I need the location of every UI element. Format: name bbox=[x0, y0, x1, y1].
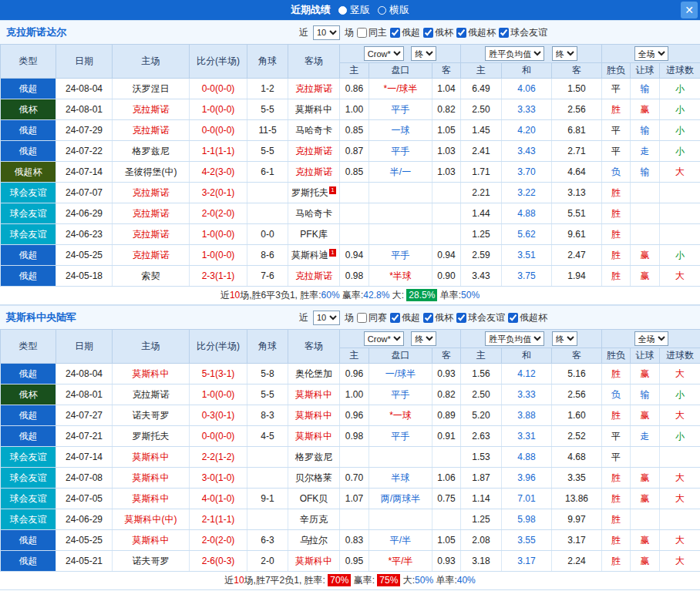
date-cell: 24-07-29 bbox=[56, 120, 113, 141]
summary-segment: 10 bbox=[230, 290, 240, 301]
asia-company-select[interactable]: Crow* bbox=[364, 331, 404, 346]
euro-away-odds: 9.61 bbox=[552, 224, 602, 245]
league-filter-2[interactable]: 俄杯 bbox=[423, 26, 453, 39]
euro-time-select[interactable]: 终 bbox=[552, 46, 577, 61]
euro-home-odds: 3.18 bbox=[461, 551, 502, 572]
result-wdl: 胜 bbox=[602, 203, 631, 224]
handicap-cell: 半球 bbox=[369, 468, 432, 489]
league-checkbox[interactable] bbox=[390, 28, 400, 38]
handicap-cell: 一球 bbox=[369, 120, 432, 141]
handicap-cell: 一/球半 bbox=[369, 364, 432, 384]
league-filter-1[interactable]: 俄超 bbox=[390, 311, 420, 324]
asia-away-odds: 1.03 bbox=[432, 162, 461, 183]
league-filter-3[interactable]: 球会友谊 bbox=[456, 311, 505, 324]
result-wdl: 胜 bbox=[602, 99, 631, 120]
result-wdl: 平 bbox=[602, 426, 631, 447]
horizontal-label: 横版 bbox=[389, 3, 409, 17]
score-cell: 4-0(1-0) bbox=[190, 489, 247, 509]
team-header-bar: 莫斯科中央陆军 近 10 场 同赛 俄超 俄杯 球会友谊 bbox=[0, 305, 700, 329]
table-row: 俄超24-05-21诺夫哥罗2-6(0-3)2-0莫斯科中0.95*平/半0.9… bbox=[1, 551, 700, 572]
euro-away-odds: 3.35 bbox=[552, 468, 602, 489]
euro-draw-odds: 3.96 bbox=[502, 468, 552, 489]
league-label: 球会友谊 bbox=[510, 26, 547, 39]
same-checkbox[interactable] bbox=[357, 28, 367, 38]
asia-time-select[interactable]: 终 bbox=[411, 331, 436, 346]
asia-home-odds: 0.94 bbox=[340, 245, 369, 266]
handicap-cell bbox=[369, 183, 432, 203]
asia-away-odds: 0.91 bbox=[432, 426, 461, 447]
asia-company-select[interactable]: Crow* bbox=[364, 46, 404, 61]
home-team-cell: 克拉斯诺 bbox=[113, 224, 190, 245]
euro-draw-odds: 3.22 bbox=[502, 183, 552, 203]
euro-mean-select[interactable]: 胜平负均值 bbox=[485, 331, 544, 346]
away-team-cell: 乌拉尔 bbox=[288, 530, 340, 551]
league-filter-2[interactable]: 俄杯 bbox=[423, 311, 453, 324]
layout-horizontal-radio[interactable]: 横版 bbox=[378, 3, 409, 17]
scope-select[interactable]: 全场 bbox=[634, 331, 668, 346]
same-filter[interactable]: 同主 bbox=[357, 26, 387, 39]
handicap-cell: 平手 bbox=[369, 384, 432, 405]
handicap-cell: *平/半 bbox=[369, 551, 432, 572]
scope-select[interactable]: 全场 bbox=[634, 46, 668, 61]
league-checkbox[interactable] bbox=[390, 313, 400, 323]
league-filter-4[interactable]: 俄超杯 bbox=[508, 311, 547, 324]
euro-draw-odds: 7.01 bbox=[502, 489, 552, 509]
score-cell: 1-0(0-0) bbox=[190, 99, 247, 120]
match-count-select[interactable]: 10 bbox=[313, 25, 340, 40]
league-checkbox[interactable] bbox=[456, 28, 466, 38]
result-goals: 大 bbox=[660, 162, 700, 183]
result-handicap: 赢 bbox=[631, 245, 660, 266]
league-filter-3[interactable]: 俄超杯 bbox=[456, 26, 496, 39]
home-team-cell: 诺夫哥罗 bbox=[113, 405, 190, 426]
same-filter[interactable]: 同赛 bbox=[357, 311, 387, 324]
result-goals bbox=[660, 447, 700, 468]
layout-vertical-radio[interactable]: 竖版 bbox=[338, 3, 370, 17]
team-section-1: 克拉斯诺达尔 近 10 场 同主 俄超 俄杯 俄超杯 球会 bbox=[0, 20, 700, 305]
result-handicap: 输 bbox=[631, 384, 660, 405]
col-asia-home: 主 bbox=[340, 63, 369, 79]
handicap-cell: 平/半 bbox=[369, 530, 432, 551]
score-cell: 0-0(0-0) bbox=[190, 79, 247, 99]
col-corner: 角球 bbox=[247, 45, 288, 79]
handicap-cell bbox=[369, 509, 432, 530]
league-checkbox[interactable] bbox=[456, 313, 466, 323]
asia-home-odds: 1.00 bbox=[340, 99, 369, 120]
summary-segment: 28.5% bbox=[406, 289, 437, 301]
league-checkbox[interactable] bbox=[423, 28, 433, 38]
euro-away-odds: 4.64 bbox=[552, 162, 602, 183]
away-team-cell: OFK贝 bbox=[288, 489, 340, 509]
table-row: 俄超24-07-22格罗兹尼1-1(1-1)5-5克拉斯诺0.87平手1.032… bbox=[1, 141, 700, 162]
result-goals: 小 bbox=[660, 384, 700, 405]
home-team-cell: 沃罗涅日 bbox=[113, 79, 190, 99]
league-filter-1[interactable]: 俄超 bbox=[390, 26, 420, 39]
euro-mean-select[interactable]: 胜平负均值 bbox=[485, 46, 544, 61]
asia-home-odds: 0.95 bbox=[340, 551, 369, 572]
handicap-cell: 平手 bbox=[369, 99, 432, 120]
match-count-select[interactable]: 10 bbox=[313, 311, 340, 325]
result-wdl: 平 bbox=[602, 120, 631, 141]
table-row: 俄杯24-08-01克拉斯诺1-0(0-0)5-5莫斯科中1.00平手0.822… bbox=[1, 384, 700, 405]
same-label: 同主 bbox=[369, 26, 387, 39]
league-cell: 俄杯 bbox=[1, 99, 56, 120]
euro-time-select[interactable]: 终 bbox=[552, 331, 577, 346]
league-filter-4[interactable]: 球会友谊 bbox=[499, 26, 547, 39]
home-team-cell: 罗斯托夫 bbox=[113, 426, 190, 447]
league-cell: 球会友谊 bbox=[1, 224, 56, 245]
league-cell: 球会友谊 bbox=[1, 468, 56, 489]
close-icon[interactable]: ✕ bbox=[681, 2, 698, 18]
league-checkbox[interactable] bbox=[423, 313, 433, 323]
league-checkbox[interactable] bbox=[508, 313, 518, 323]
col-date: 日期 bbox=[56, 330, 113, 364]
league-checkbox[interactable] bbox=[499, 28, 509, 38]
score-cell: 1-0(0-0) bbox=[190, 384, 247, 405]
result-goals: 小 bbox=[660, 99, 700, 120]
result-wdl: 负 bbox=[602, 162, 631, 183]
same-checkbox[interactable] bbox=[357, 313, 367, 323]
asia-away-odds: 0.89 bbox=[432, 405, 461, 426]
corner-cell: 6-1 bbox=[247, 162, 288, 183]
scope-header: 全场 bbox=[602, 330, 700, 348]
summary-segment: 单率: bbox=[433, 575, 457, 586]
corner-cell: 11-5 bbox=[247, 120, 288, 141]
asia-time-select[interactable]: 终 bbox=[411, 46, 436, 61]
table-row: 球会友谊24-07-08莫斯科中3-0(1-0)贝尔格莱0.70半球1.061.… bbox=[1, 468, 700, 489]
